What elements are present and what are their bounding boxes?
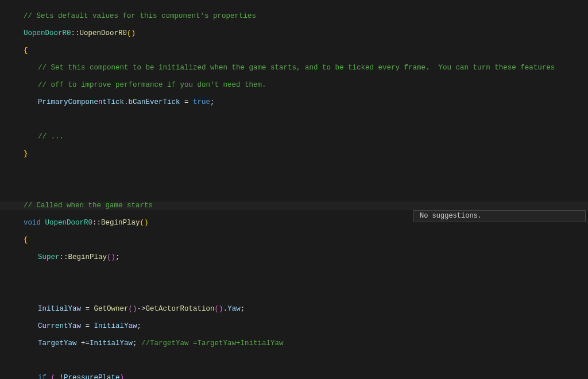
brace-close: } xyxy=(24,150,28,158)
semi: ; xyxy=(115,253,120,261)
brace-open: { xyxy=(24,47,28,55)
comment: //TargetYaw =TargetYaw+InitialYaw xyxy=(141,339,284,347)
var: bCanEverTick xyxy=(129,98,180,106)
comment: // Set this component to be initialized … xyxy=(38,64,555,72)
no-suggestions-text: No suggestions. xyxy=(420,212,482,220)
func-beginplay: BeginPlay xyxy=(68,253,107,261)
paren-open: ( xyxy=(51,374,56,379)
class-name: UopenDoorR0 xyxy=(24,29,71,37)
paren-close: ) xyxy=(120,374,125,379)
eq: = xyxy=(81,305,94,313)
comment: // off to improve performance if you don… xyxy=(38,81,266,89)
code-editor[interactable]: // Sets default values for this componen… xyxy=(0,0,588,379)
sp xyxy=(137,339,142,347)
var: InitialYaw xyxy=(90,339,133,347)
kw-void: void xyxy=(24,219,41,227)
semi: ; xyxy=(210,98,215,106)
scope-op: :: xyxy=(71,29,80,37)
paren: () xyxy=(140,219,149,227)
var: InitialYaw xyxy=(94,322,137,330)
comment: // Sets default values for this componen… xyxy=(24,12,256,20)
scope-op: :: xyxy=(92,219,101,227)
var: CurrentYaw xyxy=(38,322,81,330)
var: PrimaryComponentTick xyxy=(38,98,124,106)
ctor-name: UopenDoorR0 xyxy=(80,29,127,37)
semi: ; xyxy=(133,339,137,347)
func-getactorrot: GetActorRotation xyxy=(146,305,215,313)
paren: () xyxy=(107,253,115,261)
paren: () xyxy=(215,305,223,313)
brace-open: { xyxy=(24,236,28,244)
paren: () xyxy=(129,305,137,313)
sp xyxy=(41,219,45,227)
semi: ; xyxy=(241,305,245,313)
sp xyxy=(55,374,60,379)
semi: ; xyxy=(137,322,142,330)
var: PressurePlate xyxy=(64,374,120,379)
func-beginplay: BeginPlay xyxy=(101,219,140,227)
not-op: ! xyxy=(60,374,64,379)
var: InitialYaw xyxy=(38,305,81,313)
pluseq: += xyxy=(77,339,90,347)
super: Super xyxy=(38,253,60,261)
sp xyxy=(47,374,51,379)
eq: = xyxy=(81,322,94,330)
class-name: UopenDoorR0 xyxy=(45,219,93,227)
intellisense-popup[interactable]: No suggestions. xyxy=(413,210,586,222)
kw-true: true xyxy=(193,98,210,106)
scope-op: :: xyxy=(60,253,68,261)
dot: . xyxy=(124,98,129,106)
eq: = xyxy=(180,98,194,106)
paren: () xyxy=(127,29,136,37)
kw-if: if xyxy=(38,374,47,379)
var: TargetYaw xyxy=(38,339,77,347)
func-getowner: GetOwner xyxy=(94,305,129,313)
arrow: -> xyxy=(137,305,146,313)
dot: . xyxy=(223,305,228,313)
comment-ellipsis: // ... xyxy=(38,133,64,141)
comment: // Called when the game starts xyxy=(24,202,153,210)
prop-yaw: Yaw xyxy=(227,305,241,313)
